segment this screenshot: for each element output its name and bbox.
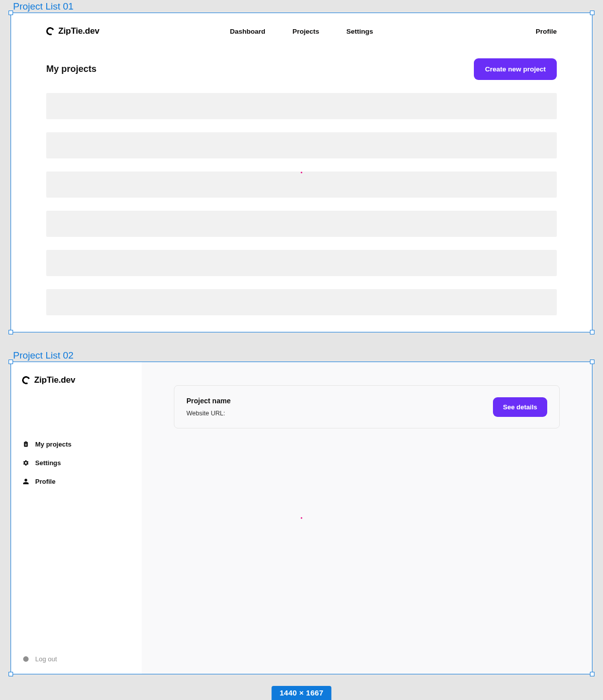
sidebar-item-profile[interactable]: Profile	[22, 478, 131, 485]
selection-handle-icon[interactable]	[590, 672, 594, 676]
list-item	[46, 93, 557, 119]
logo-ring-icon	[21, 375, 32, 386]
artboard-label-2[interactable]: Project List 02	[11, 349, 603, 362]
center-marker-icon	[301, 172, 303, 173]
artboard-project-list-01[interactable]: ZipTie.dev Dashboard Projects Settings P…	[11, 13, 592, 332]
logout-icon	[22, 656, 29, 662]
clipboard-icon	[22, 441, 29, 448]
selection-handle-icon[interactable]	[9, 330, 13, 334]
selection-handle-icon[interactable]	[590, 11, 594, 15]
dimensions-badge: 1440 × 1667	[271, 686, 331, 691]
logo-ring-icon	[45, 26, 56, 37]
sidebar-item-label: Settings	[35, 459, 61, 467]
sidebar-item-my-projects[interactable]: My projects	[22, 441, 131, 448]
nav-center: Dashboard Projects Settings	[230, 28, 373, 35]
see-details-button[interactable]: See details	[493, 397, 547, 417]
list-item	[46, 171, 557, 198]
brand-name: ZipTie.dev	[34, 375, 75, 385]
list-item	[46, 132, 557, 158]
sidebar: ZipTie.dev My projects Settings Profile	[11, 362, 142, 674]
sidebar-nav: My projects Settings Profile	[22, 441, 131, 655]
main-content: Project name Website URL: See details	[142, 362, 592, 674]
brand-logo[interactable]: ZipTie.dev	[46, 26, 99, 36]
project-name-label: Project name	[186, 397, 231, 405]
artboard-label-1[interactable]: Project List 01	[11, 0, 603, 13]
list-item	[46, 211, 557, 237]
selection-handle-icon[interactable]	[590, 330, 594, 334]
nav-settings[interactable]: Settings	[346, 28, 373, 35]
page-title: My projects	[46, 64, 96, 74]
selection-handle-icon[interactable]	[9, 11, 13, 15]
selection-handle-icon[interactable]	[9, 672, 13, 676]
logout-label: Log out	[35, 655, 57, 663]
sidebar-item-label: My projects	[35, 441, 71, 448]
nav-dashboard[interactable]: Dashboard	[230, 28, 265, 35]
top-nav: ZipTie.dev Dashboard Projects Settings P…	[46, 26, 557, 36]
person-icon	[22, 478, 29, 485]
sidebar-item-settings[interactable]: Settings	[22, 459, 131, 467]
list-item	[46, 289, 557, 315]
sidebar-item-label: Profile	[35, 478, 55, 485]
list-item	[46, 250, 557, 276]
brand-name: ZipTie.dev	[58, 26, 99, 36]
project-url-label: Website URL:	[186, 410, 231, 417]
artboard-project-list-02[interactable]: ZipTie.dev My projects Settings Profile	[11, 362, 592, 674]
brand-logo[interactable]: ZipTie.dev	[22, 375, 131, 385]
selection-handle-icon[interactable]	[590, 360, 594, 364]
nav-projects[interactable]: Projects	[292, 28, 319, 35]
selection-handle-icon[interactable]	[9, 360, 13, 364]
nav-profile[interactable]: Profile	[536, 28, 557, 35]
project-placeholder-list	[46, 93, 557, 315]
project-card: Project name Website URL: See details	[174, 385, 560, 428]
create-project-button[interactable]: Create new project	[474, 58, 557, 80]
center-marker-icon	[301, 517, 303, 519]
gear-icon	[22, 460, 29, 466]
sidebar-logout[interactable]: Log out	[22, 655, 131, 663]
